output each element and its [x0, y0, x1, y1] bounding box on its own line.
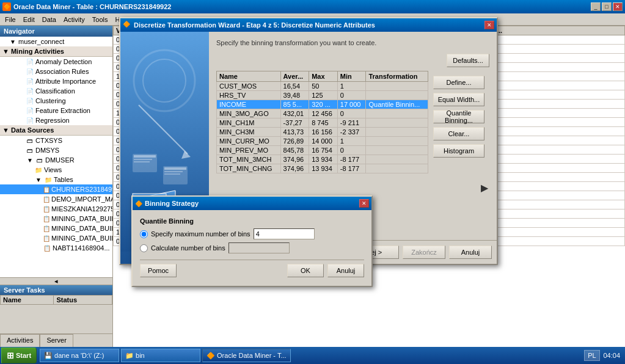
folder-icon: 📁	[125, 352, 134, 360]
binning-dialog: 🔶 Binning Strategy ✕ Quantile Binning Sp…	[131, 195, 373, 287]
nav-nabt[interactable]: 📋 NABT114168904...	[0, 243, 112, 253]
nav-dmsys[interactable]: 🗃 DMSYS	[0, 145, 112, 155]
server-tasks-panel: Server Tasks Name Status	[0, 285, 112, 333]
col-min[interactable]: Min	[337, 71, 366, 82]
nav-demo-import[interactable]: 📋 DEMO_IMPORT_MAG4...	[0, 194, 112, 204]
binning-title: Binning Strategy	[145, 200, 359, 207]
nav-clustering[interactable]: 📄 Clustering	[0, 96, 112, 106]
wizard-close-button[interactable]: ✕	[484, 21, 494, 29]
radio-calculate-bins[interactable]	[140, 244, 148, 252]
nav-ctxsys[interactable]: 🗃 CTXSYS	[0, 136, 112, 145]
nav-regression[interactable]: 📄 Regression	[0, 115, 112, 125]
taskbar-item-odm[interactable]: 🔶 Oracle Data Miner - T...	[202, 349, 291, 362]
nav-views[interactable]: 📁 Views	[0, 165, 112, 175]
start-button[interactable]: ⊞ Start	[1, 348, 37, 363]
col-max[interactable]: Max	[309, 71, 338, 82]
wizard-table-row[interactable]: MIN_CURR_MO726,8914 0001	[217, 137, 428, 146]
nav-churners[interactable]: 📋 CHURNERS231849922	[0, 184, 112, 194]
nav-item-label: Anomaly Detection	[35, 58, 92, 65]
nav-item-muser[interactable]: ▼ muser_connect	[0, 37, 112, 46]
wizard-table: Name Aver... Max Min Transformation CUST…	[216, 71, 428, 173]
nav-mining-build44[interactable]: 📋 MINING_DATA_BUILD44...	[0, 224, 112, 233]
wizard-table-row[interactable]: MIN_CH3M413,7316 156-2 337	[217, 128, 428, 137]
table-icon: 📋	[43, 244, 51, 252]
scroll-right-icon[interactable]: ▶	[480, 181, 489, 195]
wizard-table-row[interactable]: TOT_MIN_3MCH374,9613 934-8 177	[217, 155, 428, 164]
finish-button[interactable]: Zakończ	[403, 246, 445, 259]
wizard-table-row[interactable]: MIN_PREV_MO845,7816 7540	[217, 146, 428, 155]
wizard-table-row[interactable]: MIN_3MO_AGO432,0112 4560	[217, 109, 428, 118]
nav-association-rules[interactable]: 📄 Association Rules	[0, 67, 112, 76]
col-transformation[interactable]: Transformation	[366, 71, 428, 82]
clear-button[interactable]: Clear...	[433, 127, 484, 140]
maximize-button[interactable]: □	[602, 2, 612, 11]
nav-mining-build23[interactable]: 📋 MINING_DATA_BUIL23...	[0, 214, 112, 224]
wizard-table-row[interactable]: MIN_CH1M-37,278 745-9 211	[217, 118, 428, 128]
close-button[interactable]: ✕	[613, 2, 623, 11]
nav-anomaly-detection[interactable]: 📄 Anomaly Detection	[0, 57, 112, 67]
nav-tables[interactable]: ▼ 📁 Tables	[0, 175, 112, 184]
minimize-button[interactable]: _	[591, 2, 601, 11]
menu-data[interactable]: Data	[38, 15, 60, 24]
table-icon: 📋	[43, 224, 50, 233]
nav-item-label: CTXSYS	[35, 137, 62, 144]
drive-icon: 💾	[44, 352, 53, 360]
db-icon: 🗃	[26, 146, 34, 155]
nav-mining-build[interactable]: 📋 MINING_DATA_BUILD_...	[0, 233, 112, 243]
wizard-table-row[interactable]: HRS_TV39,481250	[217, 91, 428, 100]
svg-rect-8	[134, 161, 150, 162]
binning-cancel-button[interactable]: Anuluj	[327, 264, 364, 277]
wizard-table-row[interactable]: TOT_MIN_CHNG374,9613 934-8 177	[217, 164, 428, 173]
nav-item-label: Data Sources	[11, 126, 54, 134]
cancel-button[interactable]: Anuluj	[449, 246, 492, 259]
nav-classification[interactable]: 📄 Classification	[0, 86, 112, 96]
taskbar-item-bin[interactable]: 📁 bin	[121, 349, 200, 362]
wizard-title: Discretize Transformation Wizard - Etap …	[134, 21, 484, 29]
menu-edit[interactable]: Edit	[20, 15, 38, 24]
histogram-button[interactable]: Histogram	[433, 144, 484, 158]
navigator-header: Navigator	[0, 26, 112, 37]
doc-icon: 📄	[26, 106, 34, 115]
menu-file[interactable]: File	[1, 15, 20, 24]
nav-feature-extraction[interactable]: 📄 Feature Extraction	[0, 106, 112, 115]
col-aver[interactable]: Aver...	[280, 71, 309, 82]
binning-buttons: Pomoc OK Anuluj	[140, 260, 364, 278]
binning-titlebar: 🔶 Binning Strategy ✕	[133, 197, 371, 210]
nav-mieszkania[interactable]: 📋 MIESZKANIA129275191...	[0, 204, 112, 214]
col-name[interactable]: Name	[217, 71, 281, 82]
binning-section-title: Quantile Binning	[140, 217, 364, 225]
col-name: Name	[1, 296, 54, 305]
app-icon: 🔶	[2, 2, 11, 11]
doc-icon: 📄	[26, 96, 34, 105]
bins-input[interactable]	[254, 228, 315, 239]
wizard-table-row[interactable]: CUST_MOS16,54501	[217, 82, 428, 91]
defaults-button[interactable]: Defaults...	[447, 54, 489, 67]
binning-close-button[interactable]: ✕	[359, 199, 369, 208]
tab-server[interactable]: Server	[40, 334, 73, 347]
binning-ok-button[interactable]: OK	[287, 264, 324, 277]
menu-activity[interactable]: Activity	[60, 15, 89, 24]
wizard-table-row[interactable]: INCOME85 5...320 ...17 000Quantile Binni…	[217, 100, 428, 109]
radio-specify-bins[interactable]	[140, 230, 148, 238]
quantile-binning-button[interactable]: Quantile Binning...	[433, 110, 484, 123]
nav-attribute-importance[interactable]: 📄 Attribute Importance	[0, 76, 112, 86]
menu-tools[interactable]: Tools	[89, 15, 112, 24]
bottom-tabs: Activities Server	[0, 333, 112, 347]
binning-icon: 🔶	[135, 200, 142, 207]
taskbar-item-drive[interactable]: 💾 dane na 'D:\' (Z:)	[40, 349, 119, 362]
nav-mining-activities[interactable]: ▼ Mining Activities	[0, 46, 112, 57]
server-tasks-header: Server Tasks	[0, 285, 112, 295]
nav-scroll-arrow[interactable]: ◂	[0, 277, 112, 285]
nav-dmuser[interactable]: ▼ 🗃 DMUSER	[0, 155, 112, 165]
nav-item-label: CHURNERS231849922	[51, 186, 112, 193]
table-icon: 📋	[43, 205, 50, 213]
expand-icon: ▼	[26, 156, 34, 164]
svg-rect-12	[164, 173, 180, 175]
binning-help-button[interactable]: Pomoc	[140, 264, 177, 277]
equal-width-button[interactable]: Equal Width...	[433, 93, 484, 106]
tab-activities[interactable]: Activities	[0, 334, 40, 347]
bins-calc-input[interactable]	[228, 242, 290, 253]
wizard-icon: 🔶	[123, 21, 131, 29]
nav-data-sources[interactable]: ▼ Data Sources	[0, 125, 112, 136]
define-button[interactable]: Define...	[433, 76, 484, 89]
